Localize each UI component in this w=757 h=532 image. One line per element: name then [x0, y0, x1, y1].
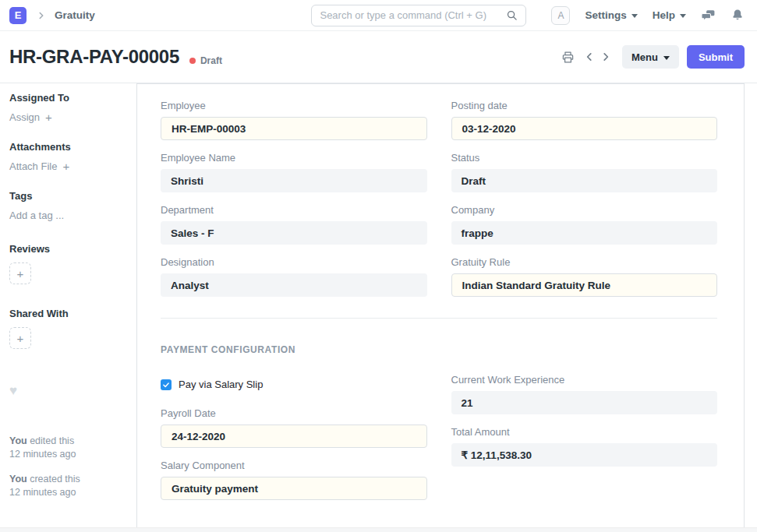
tags-section: Tags Add a tag ...: [9, 190, 127, 221]
payment-right-column: Current Work Experience 21 Total Amount …: [451, 374, 718, 512]
global-search[interactable]: [311, 5, 526, 26]
gratuity-rule-field: Gratuity Rule Indian Standard Gratuity R…: [451, 256, 718, 297]
add-share-button[interactable]: +: [9, 327, 31, 349]
created-what: created this: [27, 474, 80, 484]
shared-with-heading: Shared With: [9, 308, 127, 319]
designation-value: Analyst: [161, 273, 427, 297]
form-sidebar: Assigned To Assign + Attachments Attach …: [0, 83, 136, 532]
navbar: E Gratuity A Settings Help: [0, 0, 757, 31]
add-review-button[interactable]: +: [9, 262, 31, 284]
add-tag-input[interactable]: Add a tag ...: [9, 210, 127, 221]
print-icon[interactable]: [561, 51, 575, 64]
posting-date-label: Posting date: [451, 100, 718, 111]
salary-component-input[interactable]: Gratuity payment: [161, 477, 427, 500]
payroll-date-field: Payroll Date 24-12-2020: [161, 407, 427, 448]
page-title: HR-GRA-PAY-00005: [9, 46, 179, 68]
settings-label: Settings: [585, 9, 626, 21]
assign-button[interactable]: Assign +: [9, 111, 127, 123]
page-actions: Menu Submit: [561, 45, 745, 69]
salary-component-label: Salary Component: [161, 460, 427, 471]
activity-log: You edited this 12 minutes ago You creat…: [9, 435, 127, 499]
created-who: You: [9, 474, 27, 484]
chevron-right-icon: [36, 10, 47, 21]
checkbox-check-icon: [161, 379, 172, 390]
menu-button[interactable]: Menu: [622, 45, 679, 69]
assigned-to-section: Assigned To Assign +: [9, 92, 127, 123]
caret-down-icon: [663, 56, 670, 60]
help-label: Help: [653, 9, 675, 21]
tags-heading: Tags: [9, 190, 127, 202]
department-value: Sales - F: [161, 221, 427, 245]
payment-configuration-section: PAYMENT CONFIGURATION Pay via Salary Sli…: [161, 318, 717, 512]
status-label: Draft: [200, 55, 222, 66]
chat-icon[interactable]: [701, 8, 716, 23]
employee-label: Employee: [161, 100, 427, 111]
navbar-right: A Settings Help: [551, 6, 745, 25]
details-section: Employee HR-EMP-00003 Employee Name Shri…: [161, 100, 717, 308]
reviews-section: Reviews +: [9, 243, 127, 284]
employee-input[interactable]: HR-EMP-00003: [161, 117, 427, 140]
company-label: Company: [451, 204, 718, 216]
company-field: Company frappe: [451, 204, 718, 245]
gratuity-rule-input[interactable]: Indian Standard Gratuity Rule: [451, 273, 718, 297]
add-tag-label: Add a tag ...: [9, 210, 64, 221]
posting-date-input[interactable]: 03-12-2020: [451, 117, 718, 140]
designation-field: Designation Analyst: [161, 256, 427, 297]
payment-left-column: Pay via Salary Slip Payroll Date 24-12-2…: [161, 374, 427, 512]
current-work-experience-label: Current Work Experience: [451, 374, 718, 386]
current-work-experience-value: 21: [451, 391, 718, 414]
search-icon: [506, 9, 518, 21]
prev-record-chevron-icon[interactable]: [584, 51, 595, 62]
total-amount-label: Total Amount: [451, 426, 718, 438]
edited-entry: You edited this 12 minutes ago: [9, 435, 127, 461]
plus-icon: +: [62, 161, 69, 171]
form-card: Employee HR-EMP-00003 Employee Name Shri…: [136, 83, 745, 532]
next-record-chevron-icon[interactable]: [600, 51, 611, 62]
breadcrumb[interactable]: Gratuity: [55, 9, 95, 21]
pay-via-salary-slip-label: Pay via Salary Slip: [179, 379, 263, 390]
attach-file-button[interactable]: Attach File +: [9, 160, 127, 172]
menu-button-label: Menu: [631, 51, 658, 63]
status-field-value: Draft: [451, 169, 718, 192]
total-amount-field: Total Amount ₹ 12,11,538.30: [451, 426, 718, 467]
footer-strip: [0, 527, 757, 532]
payroll-date-input[interactable]: 24-12-2020: [161, 425, 427, 448]
company-value: frappe: [451, 221, 718, 245]
employee-name-value: Shristi: [161, 169, 427, 192]
edited-what: edited this: [27, 435, 74, 446]
payment-grid: Pay via Salary Slip Payroll Date 24-12-2…: [161, 374, 717, 512]
attachments-section: Attachments Attach File +: [9, 141, 127, 172]
employee-name-field: Employee Name Shristi: [161, 152, 427, 192]
plus-icon: +: [45, 112, 52, 122]
caret-down-icon: [680, 14, 686, 18]
details-left-column: Employee HR-EMP-00003 Employee Name Shri…: [161, 100, 427, 308]
app-logo[interactable]: E: [9, 7, 27, 24]
attach-file-label: Attach File: [9, 160, 57, 172]
edited-when: 12 minutes ago: [9, 449, 76, 460]
pay-via-salary-slip-checkbox[interactable]: Pay via Salary Slip: [161, 379, 427, 390]
user-avatar[interactable]: A: [551, 6, 570, 25]
caret-down-icon: [631, 14, 638, 18]
payment-configuration-heading: PAYMENT CONFIGURATION: [161, 344, 717, 355]
reviews-heading: Reviews: [9, 243, 127, 255]
like-heart-icon[interactable]: ♥: [9, 383, 23, 399]
current-work-experience-field: Current Work Experience 21: [451, 374, 718, 414]
created-when: 12 minutes ago: [9, 487, 76, 498]
settings-menu[interactable]: Settings: [585, 9, 637, 21]
payroll-date-label: Payroll Date: [161, 407, 427, 419]
status-indicator: Draft: [189, 55, 222, 66]
notifications-bell-icon[interactable]: [730, 8, 745, 23]
status-field-label: Status: [451, 152, 718, 164]
assign-label: Assign: [9, 111, 40, 123]
help-menu[interactable]: Help: [653, 9, 686, 21]
employee-name-label: Employee Name: [161, 152, 427, 164]
submit-button[interactable]: Submit: [687, 45, 745, 69]
shared-with-section: Shared With +: [9, 308, 127, 349]
main-area: Employee HR-EMP-00003 Employee Name Shri…: [136, 83, 757, 532]
gratuity-rule-label: Gratuity Rule: [451, 256, 718, 268]
details-right-column: Posting date 03-12-2020 Status Draft Com…: [451, 100, 718, 308]
assigned-to-heading: Assigned To: [9, 92, 127, 104]
total-amount-value: ₹ 12,11,538.30: [451, 443, 718, 467]
search-input[interactable]: [320, 9, 506, 21]
attachments-heading: Attachments: [9, 141, 127, 153]
